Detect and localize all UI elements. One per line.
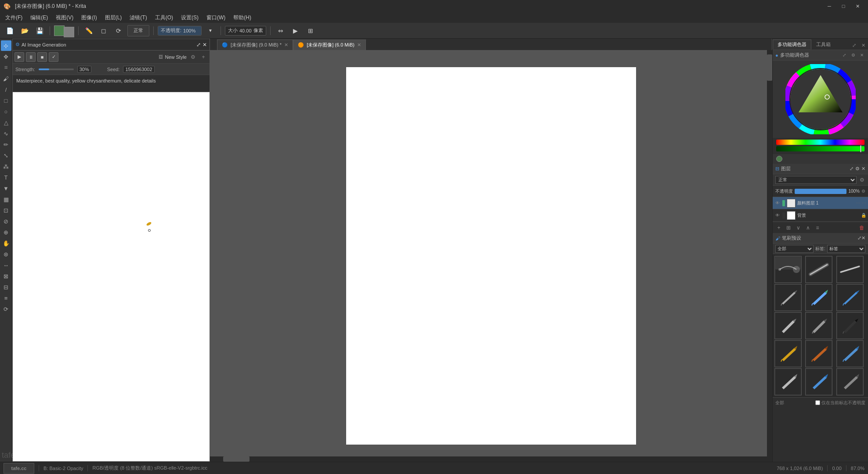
tool-move[interactable]: ✥ (1, 51, 11, 62)
tab-toolbox[interactable]: 工具箱 (811, 40, 835, 50)
v-scrollbar-thumb[interactable] (767, 54, 772, 81)
close-button[interactable]: ✕ (850, 0, 864, 12)
tool-assistant[interactable]: ⊛ (1, 249, 11, 259)
open-doc-button[interactable]: 📂 (18, 25, 31, 37)
transform-button[interactable]: ⟳ (112, 25, 125, 37)
menu-file[interactable]: 文件(F) (2, 13, 26, 22)
brush-preset-13[interactable] (774, 368, 802, 395)
brush-panel-float[interactable]: ⤢ (857, 235, 861, 241)
layer-1-extra2[interactable]: ⋯ (862, 201, 866, 205)
menu-edit[interactable]: 编辑(E) (27, 13, 51, 22)
tool-crop[interactable]: ⌗ (1, 62, 11, 73)
brush-filter-tags[interactable]: 标签 (827, 245, 865, 253)
mirror-v-button[interactable]: ▶ (289, 25, 302, 37)
layer-2-lock[interactable]: 🔒 (861, 213, 866, 218)
canvas-tab-2[interactable]: 🟠 [未保存图像] (6.0 MiB) ✕ (293, 40, 366, 50)
tool-multibrush[interactable]: ⁂ (1, 161, 11, 172)
brush-preset-2[interactable] (805, 256, 832, 283)
tool-enclose-fill[interactable]: ⊟ (1, 282, 11, 292)
menu-view[interactable]: 视图(V) (52, 13, 77, 22)
save-doc-button[interactable]: 💾 (33, 25, 46, 37)
opacity-display[interactable]: 不透明度: 100% (158, 26, 202, 36)
add-layer-button[interactable]: + (774, 223, 783, 232)
tool-fill[interactable]: ▼ (1, 183, 11, 194)
tool-measure[interactable]: ↔ (1, 260, 11, 270)
ai-canvas-area[interactable] (12, 92, 210, 462)
green-slider[interactable] (776, 146, 864, 151)
horizontal-scrollbar[interactable] (210, 456, 772, 462)
layer-settings-button[interactable]: ⚙ (858, 176, 865, 183)
layer-panel-float[interactable]: ⤢ (850, 166, 854, 172)
brush-preset-7[interactable] (774, 312, 802, 339)
aipanel-close-button[interactable]: ✕ (203, 42, 207, 48)
color-wheel[interactable] (785, 64, 856, 134)
ai-pause-button[interactable]: ⏸ (26, 52, 36, 62)
aipanel-float-button[interactable]: ⤢ (196, 42, 201, 48)
canvas-tab-1-close[interactable]: ✕ (284, 42, 288, 48)
tool-ellipse[interactable]: ○ (1, 106, 11, 117)
color-panel-float[interactable]: ⤢ (841, 52, 848, 59)
tool-text[interactable]: T (1, 172, 11, 183)
panel-close-button[interactable]: ✕ (859, 41, 868, 50)
brush-preset-6[interactable] (836, 284, 864, 311)
tool-zoom[interactable]: ⊕ (1, 227, 11, 237)
color-panel-close[interactable]: ✕ (858, 52, 865, 59)
layer-copy-button[interactable]: ⊞ (784, 223, 793, 232)
strength-slider[interactable] (39, 68, 74, 70)
aipanel-add-button[interactable]: + (199, 53, 208, 61)
brush-preset-12[interactable] (836, 340, 864, 367)
color-panel-settings[interactable]: ⚙ (850, 52, 857, 59)
menu-settings[interactable]: 设置(S) (177, 13, 202, 22)
mirror-h-button[interactable]: ⇔ (275, 25, 287, 37)
opacity-down-button[interactable]: ▼ (204, 25, 217, 37)
tool-line[interactable]: / (1, 84, 11, 95)
tool-extras[interactable]: ≡ (1, 293, 11, 303)
brush-preset-8[interactable] (805, 312, 832, 339)
opacity-track[interactable] (795, 189, 846, 194)
layer-item-2[interactable]: 👁 背景 🔒 (773, 209, 868, 222)
menu-layer[interactable]: 图层(L) (101, 13, 126, 22)
saturation-triangle[interactable] (799, 75, 843, 112)
tool-brush[interactable]: 🖌 (1, 73, 11, 84)
tool-freehand[interactable]: ✏ (1, 139, 11, 150)
tool-colorpicker[interactable]: ⊘ (1, 216, 11, 226)
blend-mode-select[interactable]: 正常 (127, 25, 149, 36)
brush-preset-11[interactable] (805, 340, 832, 367)
eraser-mode-button[interactable]: ◻ (98, 25, 110, 37)
delete-layer-button[interactable]: 🗑 (857, 223, 866, 232)
brush-filter-all[interactable]: 全部 (775, 245, 814, 253)
minimize-button[interactable]: ─ (822, 0, 836, 12)
brush-preset-10[interactable] (774, 340, 802, 367)
tool-dynamic[interactable]: ⤡ (1, 150, 11, 161)
brush-preset-9[interactable] (836, 312, 864, 339)
wrap-button[interactable]: ⊞ (304, 25, 317, 37)
layer-panel-settings[interactable]: ⚙ (855, 166, 860, 172)
panel-options-button[interactable]: ⤢ (850, 41, 859, 50)
ai-check-button[interactable]: ✓ (49, 52, 58, 62)
hue-slider[interactable] (776, 140, 864, 145)
menu-filter[interactable]: 滤镜(T) (126, 13, 150, 22)
canvas-tab-1[interactable]: 🔵 [未保存图像] (9.0 MiB) * ✕ (217, 40, 293, 50)
aipanel-settings-button[interactable]: ⚙ (188, 53, 197, 61)
h-scrollbar-thumb[interactable] (223, 456, 250, 462)
blend-mode-dropdown[interactable]: 正常 (775, 176, 857, 184)
background-color-swatch[interactable] (64, 27, 74, 37)
strength-value[interactable]: 30% (77, 66, 91, 73)
layer-chevron-up[interactable]: ∧ (803, 223, 812, 232)
brush-panel-close[interactable]: ✕ (861, 235, 865, 241)
brush-preset-1[interactable] (774, 256, 802, 283)
ai-stop-button[interactable]: ■ (37, 52, 47, 62)
tab-color-mixer[interactable]: 多功能调色器 (773, 40, 811, 50)
tool-transform2[interactable]: ⟳ (1, 304, 11, 314)
layer-1-extra[interactable]: ⋯ (856, 201, 860, 205)
tool-gradient[interactable]: ▦ (1, 194, 11, 205)
tool-bezier[interactable]: ∿ (1, 128, 11, 139)
foreground-indicator[interactable] (776, 156, 782, 162)
opacity-checkbox[interactable] (815, 400, 820, 405)
seed-value[interactable]: 1560963002 (123, 66, 154, 73)
ai-play-button[interactable]: ▶ (14, 52, 24, 62)
menu-help[interactable]: 帮助(H) (230, 13, 255, 22)
tool-rect[interactable]: □ (1, 95, 11, 106)
tool-polygon[interactable]: △ (1, 117, 11, 128)
layer-menu-button[interactable]: ≡ (813, 223, 822, 232)
